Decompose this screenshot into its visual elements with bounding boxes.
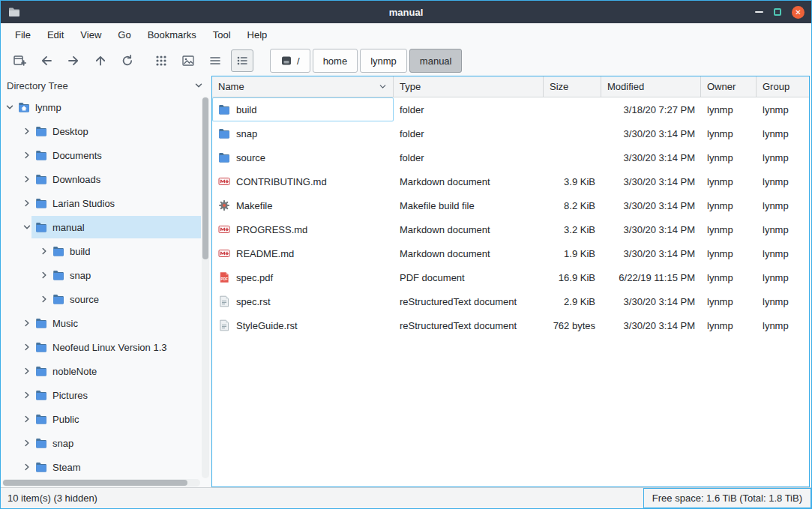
file-name: snap xyxy=(236,128,257,139)
tree-expander-icon[interactable] xyxy=(22,415,31,424)
tree-item-documents[interactable]: Documents xyxy=(2,143,201,167)
file-type: Markdown document xyxy=(394,169,544,193)
file-row-makefile[interactable]: MakefileMakefile build file8.2 KiB3/30/2… xyxy=(212,193,809,217)
file-row-spec-rst[interactable]: spec.rstreStructuredText document2.9 KiB… xyxy=(212,289,809,313)
tree-item-neofeud-linux-version-1-3[interactable]: Neofeud Linux Version 1.3 xyxy=(2,335,201,359)
path-segment-home[interactable]: home xyxy=(313,49,358,73)
column-header-size[interactable]: Size xyxy=(544,76,601,97)
item-count-label: 10 item(s) (3 hidden) xyxy=(7,493,97,504)
menu-go[interactable]: Go xyxy=(109,25,139,44)
refresh-button[interactable] xyxy=(116,49,139,72)
file-row-readme-md[interactable]: README.mdMarkdown document1.9 KiB3/30/20… xyxy=(212,241,809,265)
tree-expander-icon[interactable] xyxy=(22,199,31,208)
detailed-list-button[interactable] xyxy=(231,49,253,72)
file-owner: lynmp xyxy=(701,241,757,265)
menu-bookmarks[interactable]: Bookmarks xyxy=(139,25,205,44)
sidebar-mode-select[interactable]: Directory Tree xyxy=(2,76,209,95)
tree-item-build[interactable]: build xyxy=(2,239,201,263)
file-row-spec-pdf[interactable]: PDFspec.pdfPDF document16.9 KiB6/22/19 1… xyxy=(212,265,809,289)
menu-tool[interactable]: Tool xyxy=(205,25,239,44)
tree-item-desktop[interactable]: Desktop xyxy=(2,119,201,143)
file-group: lynmp xyxy=(757,169,809,193)
tree-expander-icon[interactable] xyxy=(22,223,31,232)
tree-expander-icon[interactable] xyxy=(22,151,31,160)
scrollbar-thumb[interactable] xyxy=(202,97,208,259)
menu-help[interactable]: Help xyxy=(239,25,276,44)
tree-item-public[interactable]: Public xyxy=(2,407,201,431)
column-header-name[interactable]: Name xyxy=(212,76,394,97)
folder-icon xyxy=(52,245,64,257)
tree-item-steam[interactable]: Steam xyxy=(2,455,201,479)
tree-item-noblenote[interactable]: nobleNote xyxy=(2,359,201,383)
forward-button[interactable] xyxy=(62,49,85,72)
file-row-source[interactable]: sourcefolder3/30/20 3:14 PMlynmplynmp xyxy=(212,145,809,169)
tree-expander-icon[interactable] xyxy=(22,175,31,184)
tree-item-snap[interactable]: snap xyxy=(2,263,201,287)
file-row-build[interactable]: buildfolder3/18/20 7:27 PMlynmplynmp xyxy=(212,97,809,121)
thumbnail-view-button[interactable] xyxy=(177,49,199,72)
file-row-progress-md[interactable]: PROGRESS.mdMarkdown document3.2 KiB3/30/… xyxy=(212,217,809,241)
tree-item-label: snap xyxy=(70,270,91,281)
tree-item-snap[interactable]: snap xyxy=(2,431,201,455)
main-content: Directory Tree lynmpDesktopDocumentsDown… xyxy=(1,76,811,487)
menu-file[interactable]: File xyxy=(7,25,39,44)
tree-expander-icon[interactable] xyxy=(40,295,49,304)
tree-indent xyxy=(2,395,22,396)
tree-item-larian-studios[interactable]: Larian Studios xyxy=(2,191,201,215)
menu-view[interactable]: View xyxy=(72,25,109,44)
tree-item-pictures[interactable]: Pictures xyxy=(2,383,201,407)
column-header-group[interactable]: Group xyxy=(757,76,809,97)
tree-item-music[interactable]: Music xyxy=(2,311,201,335)
tree-expander-icon[interactable] xyxy=(22,343,31,352)
tree-indent xyxy=(2,323,22,324)
back-button[interactable] xyxy=(35,49,58,72)
tree-item-downloads[interactable]: Downloads xyxy=(2,167,201,191)
tree-expander-icon[interactable] xyxy=(22,391,31,400)
tree-expander-icon[interactable] xyxy=(5,103,14,112)
file-modified: 3/30/20 3:14 PM xyxy=(601,169,701,193)
sidebar-vertical-scrollbar[interactable] xyxy=(202,97,209,478)
tree-item-label: Neofeud Linux Version 1.3 xyxy=(52,342,167,353)
tree-expander-icon[interactable] xyxy=(22,439,31,448)
column-header-type[interactable]: Type xyxy=(394,76,544,97)
tree-expander-icon[interactable] xyxy=(22,463,31,472)
path-segment-lynmp[interactable]: lynmp xyxy=(360,49,407,73)
menu-edit[interactable]: Edit xyxy=(39,25,72,44)
minimize-button[interactable] xyxy=(755,11,763,13)
tree-item-source[interactable]: source xyxy=(2,287,201,311)
scrollbar-thumb[interactable] xyxy=(3,480,187,486)
sort-down-icon xyxy=(379,82,387,91)
file-name: build xyxy=(236,104,256,115)
tree-item-lynmp[interactable]: lynmp xyxy=(2,95,201,119)
sidebar-horizontal-scrollbar[interactable] xyxy=(2,479,200,487)
folder-icon xyxy=(35,173,47,185)
tree-expander-icon[interactable] xyxy=(22,319,31,328)
titlebar[interactable]: manual xyxy=(1,1,811,23)
file-row-styleguide-rst[interactable]: StyleGuide.rstreStructuredText document7… xyxy=(212,313,809,337)
file-size xyxy=(544,97,601,121)
tree-item-content: Music xyxy=(31,312,201,334)
new-tab-button[interactable] xyxy=(8,49,31,72)
tree-item-content: Neofeud Linux Version 1.3 xyxy=(31,336,201,358)
file-row-contributing-md[interactable]: CONTRIBUTING.mdMarkdown document3.9 KiB3… xyxy=(212,169,809,193)
column-header-modified[interactable]: Modified xyxy=(601,76,701,97)
path-segment-manual[interactable]: manual xyxy=(409,49,463,73)
tree-expander-icon[interactable] xyxy=(40,271,49,280)
tree-expander-icon[interactable] xyxy=(22,127,31,136)
up-button[interactable] xyxy=(89,49,112,72)
file-manager-window: manual FileEditViewGoBookmarksToolHelp /… xyxy=(0,0,812,509)
maximize-button[interactable] xyxy=(774,8,781,16)
folder-icon xyxy=(35,221,47,233)
minimize-icon xyxy=(755,11,763,13)
tree-expander-icon[interactable] xyxy=(40,247,49,256)
compact-view-button[interactable] xyxy=(204,49,226,72)
icon-view-button[interactable] xyxy=(150,49,172,72)
tree-item-manual[interactable]: manual xyxy=(2,215,201,239)
file-row-snap[interactable]: snapfolder3/30/20 3:14 PMlynmplynmp xyxy=(212,121,809,145)
tree-expander-icon[interactable] xyxy=(22,367,31,376)
path-segment-root[interactable]: / xyxy=(270,49,310,73)
tree-indent xyxy=(2,299,40,300)
column-header-owner[interactable]: Owner xyxy=(701,76,757,97)
close-button[interactable] xyxy=(792,6,805,19)
file-size xyxy=(544,121,601,145)
